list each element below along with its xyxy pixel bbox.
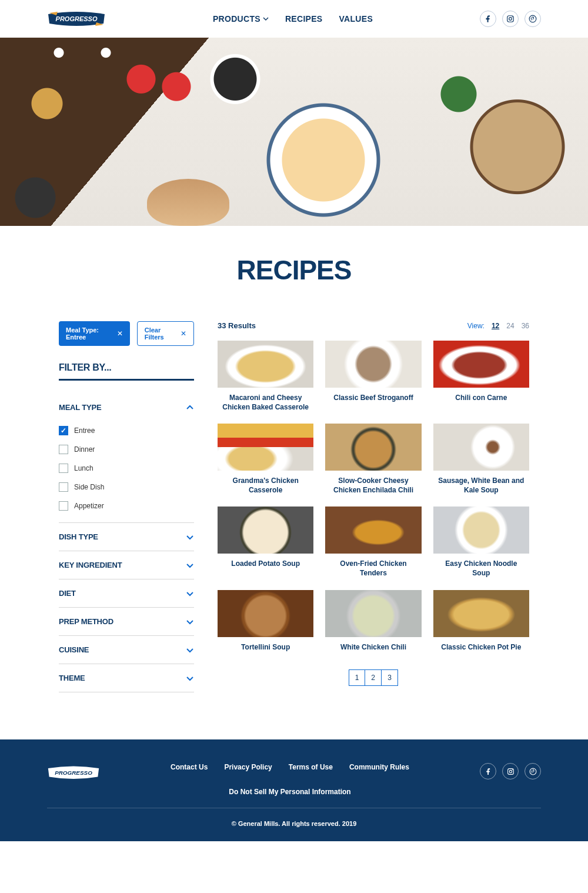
page-title: RECIPES — [0, 226, 588, 321]
page-2[interactable]: 2 — [365, 669, 382, 686]
checkbox-icon — [59, 464, 68, 473]
recipe-card[interactable]: Classic Chicken Pot Pie — [433, 590, 529, 652]
page-1[interactable]: 1 — [349, 669, 365, 686]
facebook-link[interactable] — [480, 11, 496, 27]
recipe-image — [325, 424, 421, 471]
recipe-image — [325, 341, 421, 388]
nav-recipes[interactable]: RECIPES — [285, 14, 323, 24]
recipe-card[interactable]: Chili con Carne — [433, 341, 529, 412]
filter-header-meal-type[interactable]: MEAL TYPE — [59, 394, 194, 421]
filter-group-diet: DIET — [59, 579, 194, 608]
filter-group-dish-type: DISH TYPE — [59, 523, 194, 551]
recipe-card[interactable]: Slow-Cooker Cheesy Chicken Enchilada Chi… — [325, 424, 421, 495]
filter-header-dish-type[interactable]: DISH TYPE — [59, 523, 194, 551]
results-count: 33 Results — [218, 321, 256, 330]
recipe-card[interactable]: Loaded Potato Soup — [218, 507, 313, 578]
recipe-card[interactable]: Classic Beef Stroganoff — [325, 341, 421, 412]
option-label: Lunch — [74, 464, 93, 472]
filter-header-key-ingredient[interactable]: KEY INGREDIENT — [59, 551, 194, 579]
svg-point-4 — [529, 15, 536, 22]
recipe-image — [433, 341, 529, 388]
nav-products-label: PRODUCTS — [213, 14, 260, 24]
recipe-card[interactable]: Sausage, White Bean and Kale Soup — [433, 424, 529, 495]
recipe-image — [325, 507, 421, 554]
chevron-down-icon — [186, 533, 194, 541]
recipe-card[interactable]: Tortellini Soup — [218, 590, 313, 652]
chevron-up-icon — [186, 404, 194, 412]
filter-chip-meal-type-entree[interactable]: Meal Type: Entree ✕ — [59, 321, 130, 346]
footer-facebook-link[interactable] — [480, 763, 496, 779]
pinterest-icon — [529, 15, 537, 23]
nav-values[interactable]: VALUES — [339, 14, 373, 24]
recipe-card[interactable]: Easy Chicken Noodle Soup — [433, 507, 529, 578]
footer-pinterest-link[interactable] — [524, 763, 541, 779]
chevron-down-icon — [263, 16, 269, 22]
recipe-image — [218, 424, 313, 471]
instagram-link[interactable] — [502, 11, 519, 27]
view-toggle: View: 12 24 36 — [467, 322, 529, 330]
recipe-image — [433, 507, 529, 554]
results-area: 33 Results View: 12 24 36 Macaroni and C… — [218, 321, 529, 692]
filter-option-lunch[interactable]: Lunch — [59, 459, 194, 478]
filter-option-entree[interactable]: Entree — [59, 421, 194, 440]
nav-values-label: VALUES — [339, 14, 373, 24]
chevron-down-icon — [186, 561, 194, 569]
recipe-title: White Chicken Chili — [325, 637, 421, 652]
chevron-down-icon — [186, 618, 194, 626]
filter-header-theme[interactable]: THEME — [59, 664, 194, 692]
main-nav: PRODUCTS RECIPES VALUES — [213, 14, 373, 24]
recipe-card[interactable]: Macaroni and Cheesy Chicken Baked Casser… — [218, 341, 313, 412]
filter-header-cuisine[interactable]: CUISINE — [59, 636, 194, 664]
facebook-icon — [484, 15, 492, 23]
filter-option-dinner[interactable]: Dinner — [59, 440, 194, 459]
pagination: 1 2 3 — [218, 669, 529, 686]
results-header: 33 Results View: 12 24 36 — [218, 321, 529, 330]
page-3[interactable]: 3 — [382, 669, 398, 686]
recipe-card[interactable]: White Chicken Chili — [325, 590, 421, 652]
checkbox-checked-icon — [59, 426, 68, 435]
recipe-card[interactable]: Oven-Fried Chicken Tenders — [325, 507, 421, 578]
pinterest-link[interactable] — [524, 11, 541, 27]
option-label: Entree — [74, 426, 95, 435]
footer-contact-link[interactable]: Contact Us — [171, 763, 208, 771]
footer-community-link[interactable]: Community Rules — [349, 763, 409, 771]
filter-header-diet[interactable]: DIET — [59, 579, 194, 607]
view-12[interactable]: 12 — [492, 322, 499, 330]
close-icon: ✕ — [181, 329, 186, 338]
recipe-title: Classic Beef Stroganoff — [325, 388, 421, 403]
filter-label: KEY INGREDIENT — [59, 561, 122, 569]
clear-filters-button[interactable]: Clear Filters ✕ — [137, 321, 194, 346]
footer-do-not-sell-link[interactable]: Do Not Sell My Personal Information — [143, 788, 437, 796]
filter-group-prep-method: PREP METHOD — [59, 608, 194, 636]
nav-products[interactable]: PRODUCTS — [213, 14, 269, 24]
option-label: Appetizer — [74, 502, 104, 510]
pinterest-icon — [529, 768, 537, 775]
chevron-down-icon — [186, 674, 194, 682]
svg-point-9 — [530, 768, 536, 775]
recipe-title: Loaded Potato Soup — [218, 554, 313, 569]
filter-option-appetizer[interactable]: Appetizer — [59, 497, 194, 515]
filter-options-meal-type: Entree Dinner Lunch Side Dish Appetizer — [59, 421, 194, 522]
footer-instagram-link[interactable] — [502, 763, 519, 779]
filter-option-side-dish[interactable]: Side Dish — [59, 478, 194, 497]
recipe-title: Easy Chicken Noodle Soup — [433, 554, 529, 578]
hero-image — [0, 38, 588, 226]
view-36[interactable]: 36 — [522, 322, 529, 330]
recipe-title: Macaroni and Cheesy Chicken Baked Casser… — [218, 388, 313, 412]
footer-logo[interactable]: PROGRESSO — [47, 763, 100, 784]
recipe-card[interactable]: Grandma's Chicken Casserole — [218, 424, 313, 495]
filter-header-prep-method[interactable]: PREP METHOD — [59, 608, 194, 635]
footer-privacy-link[interactable]: Privacy Policy — [224, 763, 272, 771]
recipe-image — [218, 507, 313, 554]
option-label: Side Dish — [74, 483, 104, 491]
recipe-title: Chili con Carne — [433, 388, 529, 403]
svg-point-7 — [509, 770, 512, 772]
recipe-image — [433, 424, 529, 471]
brand-logo[interactable]: PROGRESSO — [47, 8, 106, 29]
main-footer: PROGRESSO Contact Us Privacy Policy Term… — [0, 739, 588, 841]
view-24[interactable]: 24 — [506, 322, 514, 330]
recipe-title: Grandma's Chicken Casserole — [218, 471, 313, 495]
footer-terms-link[interactable]: Terms of Use — [289, 763, 333, 771]
chevron-down-icon — [186, 646, 194, 654]
recipe-image — [325, 590, 421, 637]
